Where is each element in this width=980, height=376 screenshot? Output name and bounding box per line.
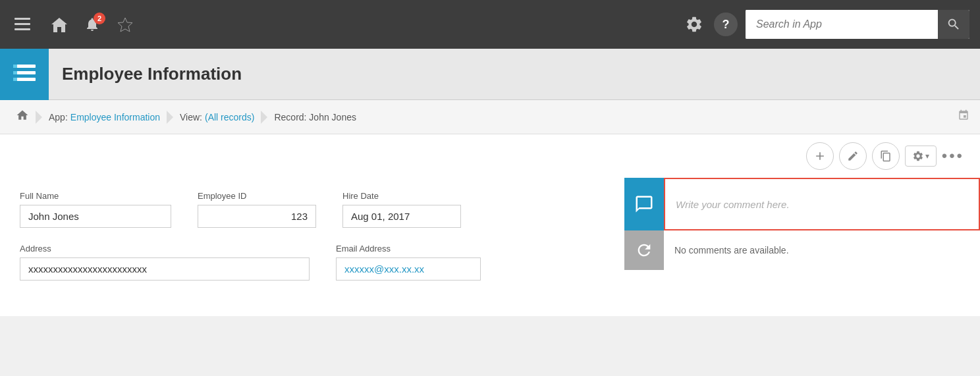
svg-rect-8 <box>13 65 17 68</box>
comments-panel: Write your comment here. No comments are… <box>624 178 980 316</box>
svg-rect-10 <box>13 78 17 81</box>
email-label: Email Address <box>336 244 481 254</box>
comment-input[interactable]: Write your comment here. <box>664 178 980 230</box>
top-nav: 2 ? <box>0 0 980 49</box>
copy-button[interactable] <box>872 142 900 170</box>
svg-rect-1 <box>14 23 30 25</box>
search-container <box>746 10 969 39</box>
hire-date-label: Hire Date <box>342 191 461 201</box>
breadcrumb-home[interactable] <box>11 109 34 125</box>
comment-empty-message: No comments are available. <box>664 234 980 266</box>
toolbar: ▾ ••• <box>0 134 980 178</box>
nav-right: ? <box>682 10 969 39</box>
svg-rect-0 <box>14 18 30 20</box>
employee-id-input[interactable] <box>198 205 316 228</box>
svg-marker-4 <box>118 18 132 32</box>
favorites-icon[interactable] <box>113 13 137 36</box>
full-name-label: Full Name <box>20 191 171 201</box>
notification-badge: 2 <box>94 13 105 24</box>
svg-rect-2 <box>14 28 30 30</box>
edit-button[interactable] <box>839 142 867 170</box>
full-name-input[interactable] <box>20 205 171 228</box>
settings-dropdown-button[interactable]: ▾ <box>905 146 937 167</box>
svg-marker-3 <box>51 18 67 32</box>
menu-icon[interactable] <box>11 13 34 36</box>
pin-icon[interactable] <box>958 109 969 124</box>
form-row-2: Address Email Address <box>20 244 605 281</box>
settings-icon[interactable] <box>682 13 706 36</box>
form-area: Full Name Employee ID Hire Date Address … <box>0 178 624 316</box>
comment-placeholder: Write your comment here. <box>676 199 790 210</box>
home-icon[interactable] <box>47 13 71 36</box>
email-input[interactable] <box>336 257 481 281</box>
breadcrumb-app-link[interactable]: Employee Information <box>70 112 160 122</box>
breadcrumb-arrow-3 <box>261 111 267 124</box>
search-button[interactable] <box>938 10 969 39</box>
refresh-tab-icon[interactable] <box>624 230 664 270</box>
address-field: Address <box>20 244 310 281</box>
svg-rect-9 <box>13 71 17 74</box>
app-header-icon <box>0 49 49 100</box>
breadcrumb-view: View: (All records) <box>175 112 259 122</box>
employee-id-label: Employee ID <box>198 191 316 201</box>
search-input[interactable] <box>746 10 938 39</box>
comment-input-row: Write your comment here. <box>624 178 980 230</box>
comment-tab-icon[interactable] <box>624 178 664 230</box>
breadcrumb-arrow-2 <box>167 111 173 124</box>
breadcrumb-app: App: Employee Information <box>43 112 165 122</box>
app-header: Employee Information <box>0 49 980 100</box>
address-label: Address <box>20 244 310 254</box>
breadcrumb-view-link[interactable]: (All records) <box>205 112 254 122</box>
email-field: Email Address <box>336 244 481 281</box>
breadcrumb-arrow-1 <box>36 111 42 124</box>
employee-id-field: Employee ID <box>198 191 316 228</box>
page-title: Employee Information <box>49 64 242 84</box>
hire-date-input[interactable] <box>342 205 461 228</box>
breadcrumb-record: Record: John Jones <box>269 112 362 122</box>
form-row-1: Full Name Employee ID Hire Date <box>20 191 605 228</box>
hire-date-field: Hire Date <box>342 191 461 228</box>
notification-bell[interactable]: 2 <box>84 16 100 32</box>
settings-dropdown-arrow: ▾ <box>925 151 929 161</box>
comment-refresh-row: No comments are available. <box>624 230 980 270</box>
add-button[interactable] <box>806 142 834 170</box>
more-actions-button[interactable]: ••• <box>942 147 964 165</box>
address-input[interactable] <box>20 257 310 281</box>
help-icon[interactable]: ? <box>714 13 738 36</box>
breadcrumb: App: Employee Information View: (All rec… <box>0 100 980 134</box>
main-content: Full Name Employee ID Hire Date Address … <box>0 178 980 316</box>
full-name-field: Full Name <box>20 191 171 228</box>
